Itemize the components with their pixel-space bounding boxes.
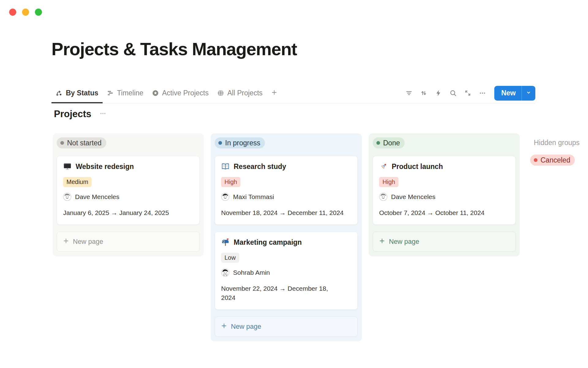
card-research-study[interactable]: Research study High Maxi Tommasi Novembe… xyxy=(215,156,358,225)
board-heading-row: Projects xyxy=(54,109,107,120)
tab-label: By Status xyxy=(66,89,98,97)
column-in-progress: In progress Research study High Maxi Tom… xyxy=(211,133,362,341)
new-button-label: New xyxy=(494,89,522,97)
new-page-button-done[interactable]: New page xyxy=(373,232,516,252)
new-page-button-in-progress[interactable]: New page xyxy=(215,316,358,337)
assignee-name: Maxi Tommasi xyxy=(233,193,274,201)
status-label: Canceled xyxy=(541,156,570,164)
tab-timeline[interactable]: Timeline xyxy=(103,83,148,103)
plus-icon xyxy=(221,322,228,331)
card-title: Product launch xyxy=(392,163,443,171)
avatar xyxy=(221,193,229,201)
board-options-button[interactable] xyxy=(99,110,107,118)
search-icon xyxy=(449,89,457,97)
card-title: Website redesign xyxy=(76,163,134,171)
status-dot xyxy=(534,158,537,162)
priority-badge: High xyxy=(379,177,398,187)
plus-icon xyxy=(271,89,278,97)
card-product-launch[interactable]: Product launch High Dave Menceles Octobe… xyxy=(373,156,516,225)
lightning-icon xyxy=(435,89,442,97)
globe-icon xyxy=(217,90,224,97)
view-bar: By Status Timeline Active Projects All P… xyxy=(51,83,535,103)
tab-label: Active Projects xyxy=(162,89,209,97)
status-dot xyxy=(60,141,64,145)
assignee-row: Dave Menceles xyxy=(379,193,509,201)
more-icon xyxy=(479,89,486,97)
filter-icon xyxy=(405,89,413,97)
close-window-button[interactable] xyxy=(9,9,16,16)
new-button[interactable]: New xyxy=(494,86,535,101)
new-page-label: New page xyxy=(231,323,261,331)
priority-badge: Low xyxy=(221,253,239,263)
status-label: Not started xyxy=(67,139,102,147)
assignee-name: Dave Menceles xyxy=(75,193,119,201)
new-button-dropdown[interactable] xyxy=(522,86,535,101)
status-pill-canceled[interactable]: Canceled xyxy=(530,155,575,166)
filter-button[interactable] xyxy=(403,87,415,99)
new-page-label: New page xyxy=(389,238,419,246)
sort-button[interactable] xyxy=(418,87,430,99)
fullscreen-window-button[interactable] xyxy=(35,9,42,16)
card-website-redesign[interactable]: Website redesign Medium Dave Menceles Ja… xyxy=(57,156,200,225)
card-dates: January 6, 2025 → January 24, 2025 xyxy=(63,208,193,217)
assignee-row: Sohrab Amin xyxy=(221,268,351,277)
more-options-button[interactable] xyxy=(477,87,489,99)
card-title: Research study xyxy=(234,163,286,171)
status-dot xyxy=(376,141,380,145)
card-list: Product launch High Dave Menceles Octobe… xyxy=(373,156,516,225)
status-pill-done[interactable]: Done xyxy=(373,137,405,148)
expand-button[interactable] xyxy=(462,87,474,99)
group-by-icon xyxy=(56,90,63,97)
card-dates: November 22, 2024 → December 18, 2024 xyxy=(221,284,337,302)
view-tabs: By Status Timeline Active Projects All P… xyxy=(51,83,282,103)
star-circle-icon xyxy=(152,90,159,97)
search-button[interactable] xyxy=(447,87,459,99)
column-not-started: Not started Website redesign Medium Dave… xyxy=(53,133,204,256)
minimize-window-button[interactable] xyxy=(22,9,29,16)
assignee-name: Sohrab Amin xyxy=(233,269,270,276)
card-list: Website redesign Medium Dave Menceles Ja… xyxy=(57,156,200,225)
status-pill-not-started[interactable]: Not started xyxy=(57,137,106,148)
view-toolbar: New xyxy=(403,86,535,101)
priority-badge: High xyxy=(221,177,240,187)
priority-badge: Medium xyxy=(63,177,92,187)
desktop-computer-emoji xyxy=(63,162,72,171)
assignee-row: Maxi Tommasi xyxy=(221,193,351,201)
mailbox-emoji xyxy=(221,238,230,247)
status-dot xyxy=(218,141,222,145)
more-icon xyxy=(99,110,107,118)
rocket-emoji xyxy=(379,162,388,171)
assignee-row: Dave Menceles xyxy=(63,193,193,201)
add-view-button[interactable] xyxy=(267,83,282,103)
expand-icon xyxy=(464,89,472,97)
board-title: Projects xyxy=(54,109,91,120)
status-pill-in-progress[interactable]: In progress xyxy=(215,137,265,148)
status-label: In progress xyxy=(225,139,260,147)
assignee-name: Dave Menceles xyxy=(391,193,435,201)
window-controls xyxy=(9,9,42,16)
plus-icon xyxy=(379,237,386,246)
avatar xyxy=(63,193,71,201)
avatar xyxy=(221,268,229,277)
hidden-groups-label: Hidden groups xyxy=(530,139,588,147)
tab-active-projects[interactable]: Active Projects xyxy=(148,83,213,103)
card-list: Research study High Maxi Tommasi Novembe… xyxy=(215,156,358,310)
new-page-button-not-started[interactable]: New page xyxy=(57,232,200,252)
hidden-groups-section: Hidden groups Canceled xyxy=(530,139,588,166)
new-page-label: New page xyxy=(73,238,103,246)
chevron-down-icon xyxy=(526,90,532,97)
sort-icon xyxy=(420,89,428,97)
avatar xyxy=(379,193,387,201)
plus-icon xyxy=(62,237,70,246)
status-label: Done xyxy=(383,139,400,147)
card-marketing-campaign[interactable]: Marketing campaign Low Sohrab Amin Novem… xyxy=(215,232,358,310)
timeline-icon xyxy=(107,90,114,97)
page-title: Projects & Tasks Management xyxy=(51,39,297,59)
automations-button[interactable] xyxy=(432,87,445,99)
column-done: Done Product launch High Dave Menceles O… xyxy=(369,133,520,256)
tab-by-status[interactable]: By Status xyxy=(51,83,103,103)
tab-all-projects[interactable]: All Projects xyxy=(213,83,267,103)
card-title: Marketing campaign xyxy=(234,238,302,247)
card-dates: October 7, 2024 → October 11, 2024 xyxy=(379,208,509,217)
tab-label: All Projects xyxy=(227,89,262,97)
